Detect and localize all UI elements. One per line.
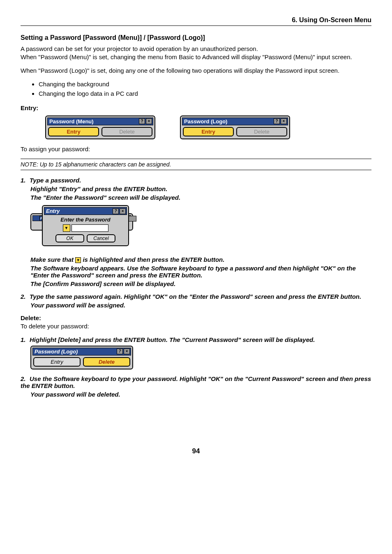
step-num: 2.: [21, 293, 30, 300]
step1-line4: The Software keyboard appears. Use the S…: [30, 265, 371, 279]
help-icon[interactable]: ?: [274, 118, 280, 124]
step-title: Use the Software keyboard to type your p…: [21, 375, 371, 389]
delete-button[interactable]: Delete: [101, 127, 152, 136]
step-title: Type the same password again. Highlight …: [30, 293, 361, 300]
dropdown-icon[interactable]: ▼: [63, 224, 70, 232]
help-icon[interactable]: ?: [113, 208, 119, 214]
bullet-list: Changing the background Changing the log…: [21, 81, 371, 97]
delete-button[interactable]: Delete: [83, 357, 130, 367]
password-logo-dialog: Password (Logo) ? × Entry Delete: [180, 115, 290, 139]
entry-screenshot: Pa Entry ? × Enter the Password ▼: [30, 205, 136, 250]
entry-button[interactable]: Entry: [48, 127, 99, 136]
entry-label: Entry:: [21, 104, 371, 111]
dialog-title: Password (Logo): [35, 349, 116, 355]
delete-step2-line: Your password will be deleted.: [30, 391, 371, 398]
note-text: NOTE: Up to 15 alphanumeric characters c…: [21, 161, 171, 168]
entry-button[interactable]: Entry: [33, 357, 81, 367]
delete-step-2: 2.Use the Software keyboard to type your…: [21, 375, 371, 398]
delete-intro: To delete your password:: [21, 322, 371, 330]
delete-button[interactable]: Delete: [236, 127, 287, 136]
entry-button[interactable]: Entry: [183, 127, 234, 136]
enter-password-label: Enter the Password: [46, 217, 125, 223]
password-menu-dialog: Password (Menu) ? × Entry Delete: [45, 115, 155, 139]
step-2: 2.Type the same password again. Highligh…: [21, 293, 371, 309]
step1-line3: Make sure that ▼ is highlighted and then…: [30, 256, 371, 263]
step-title: Highlight [Delete] and press the ENTER b…: [30, 336, 315, 343]
page-number: 94: [21, 447, 371, 455]
entry-dialog-title: Entry: [46, 208, 112, 214]
page-title: Setting a Password [Password (Menu)] / […: [21, 34, 371, 42]
intro-p1: A password can be set for your projector…: [21, 45, 371, 53]
intro-p2: When "Password (Menu)" is set, changing …: [21, 53, 371, 61]
delete-label: Delete:: [21, 314, 371, 321]
intro-p3: When "Password (Logo)" is set, doing any…: [21, 67, 371, 75]
step1-line5: The [Confirm Password] screen will be di…: [30, 280, 371, 287]
step2-line1: Your password will be assigned.: [30, 302, 371, 309]
dropdown-icon: ▼: [75, 257, 81, 263]
help-icon[interactable]: ?: [117, 349, 123, 354]
section-header: 6. Using On-Screen Menu: [21, 16, 371, 26]
help-icon[interactable]: ?: [139, 118, 145, 124]
step-num: 1.: [21, 177, 30, 184]
close-icon[interactable]: ×: [124, 349, 130, 354]
bullet-2: Changing the logo data in a PC card: [39, 90, 371, 97]
dialog-title: Password (Menu): [49, 118, 138, 125]
cancel-button[interactable]: Cancel: [87, 234, 115, 242]
dialog-title: Password (Logo): [184, 118, 273, 125]
close-icon[interactable]: ×: [120, 208, 126, 214]
bullet-1: Changing the background: [39, 81, 371, 88]
step-num: 1.: [21, 336, 30, 343]
close-icon[interactable]: ×: [146, 118, 152, 124]
step-1: 1.Type a password. Highlight "Entry" and…: [21, 177, 371, 287]
step-num: 2.: [21, 375, 30, 382]
step-title: Type a password.: [30, 177, 81, 184]
close-icon[interactable]: ×: [281, 118, 287, 124]
delete-step-1: 1.Highlight [Delete] and press the ENTER…: [21, 336, 371, 369]
ok-button[interactable]: OK: [55, 234, 84, 242]
assign-text: To assign your password:: [21, 145, 371, 153]
password-logo-delete-dialog: Password (Logo) ? × Entry Delete: [30, 346, 133, 369]
step1-line1: Highlight "Entry" and press the ENTER bu…: [30, 185, 371, 192]
password-input[interactable]: [71, 224, 108, 232]
step1-line2: The "Enter the Password" screen will be …: [30, 194, 371, 201]
